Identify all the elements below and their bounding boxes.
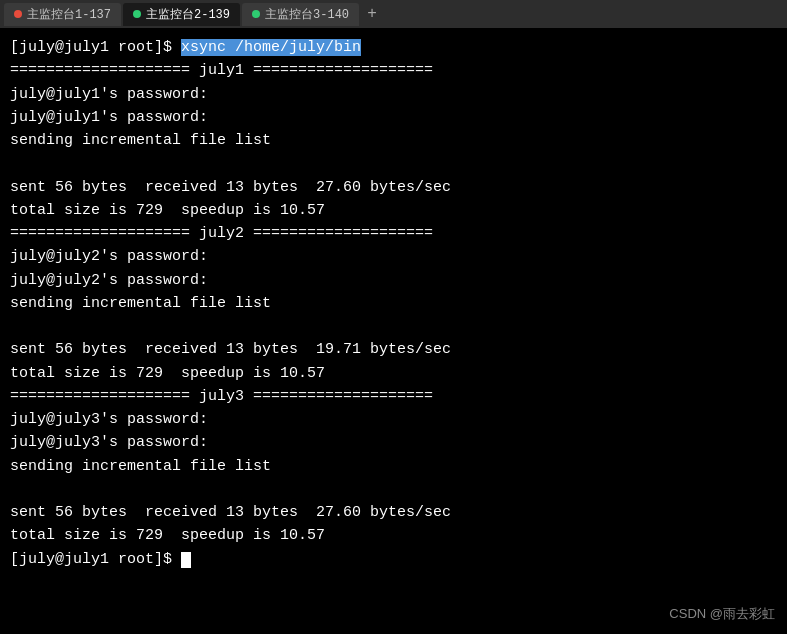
output-line-9: july@july2's password: <box>10 272 208 289</box>
tab-add-button[interactable]: + <box>361 3 383 25</box>
output-line-15: july@july3's password: <box>10 411 208 428</box>
output-line-0: ==================== july1 =============… <box>10 62 433 79</box>
output-line-2: july@july1's password: <box>10 109 208 126</box>
final-prompt: [july@july1 root]$ <box>10 551 181 568</box>
output-line-14: ==================== july3 =============… <box>10 388 433 405</box>
prompt: [july@july1 root]$ <box>10 39 181 56</box>
output-line-20: total size is 729 speedup is 10.57 <box>10 527 325 544</box>
tab-2-label: 主监控台2-139 <box>146 6 230 23</box>
output-line-7: ==================== july2 =============… <box>10 225 433 242</box>
tab-1-dot <box>14 10 22 18</box>
output-line-3: sending incremental file list <box>10 132 271 149</box>
terminal: [july@july1 root]$ xsync /home/july/bin … <box>0 28 787 634</box>
tab-2-dot <box>133 10 141 18</box>
output-line-17: sending incremental file list <box>10 458 271 475</box>
command-highlight: xsync /home/july/bin <box>181 39 361 56</box>
output-line-6: total size is 729 speedup is 10.57 <box>10 202 325 219</box>
tab-3-label: 主监控台3-140 <box>265 6 349 23</box>
output-line-13: total size is 729 speedup is 10.57 <box>10 365 325 382</box>
output-line-10: sending incremental file list <box>10 295 271 312</box>
tab-1[interactable]: 主监控台1-137 <box>4 3 121 26</box>
output-line-19: sent 56 bytes received 13 bytes 27.60 by… <box>10 504 451 521</box>
output-line-8: july@july2's password: <box>10 248 208 265</box>
cursor-block <box>181 552 191 568</box>
tab-bar: 主监控台1-137 主监控台2-139 主监控台3-140 + <box>0 0 787 28</box>
output-line-12: sent 56 bytes received 13 bytes 19.71 by… <box>10 341 451 358</box>
watermark: CSDN @雨去彩虹 <box>669 604 775 624</box>
tab-3-dot <box>252 10 260 18</box>
output-line-5: sent 56 bytes received 13 bytes 27.60 by… <box>10 179 451 196</box>
prompt-line: [july@july1 root]$ xsync /home/july/bin <box>10 39 361 56</box>
output-line-16: july@july3's password: <box>10 434 208 451</box>
tab-3[interactable]: 主监控台3-140 <box>242 3 359 26</box>
tab-1-label: 主监控台1-137 <box>27 6 111 23</box>
output-line-1: july@july1's password: <box>10 86 208 103</box>
tab-2[interactable]: 主监控台2-139 <box>123 3 240 26</box>
